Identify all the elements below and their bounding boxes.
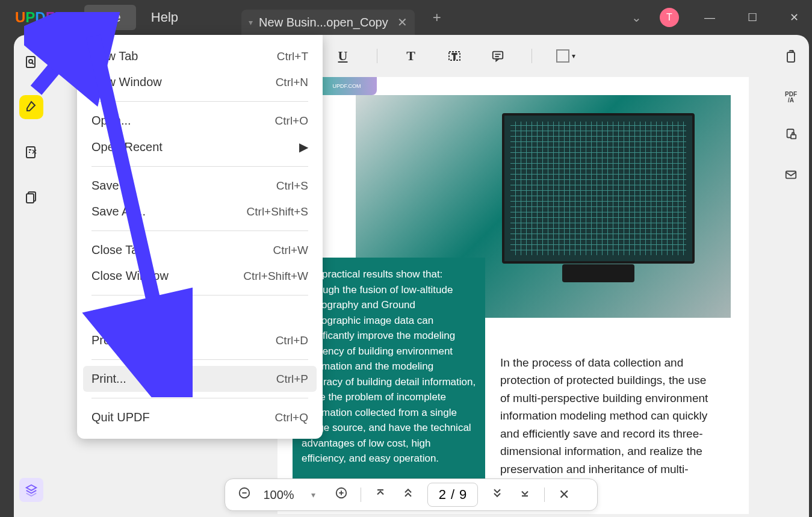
svg-rect-20: [787, 52, 795, 62]
menu-shortcut: Ctrl+O: [275, 114, 308, 128]
edit-icon[interactable]: [19, 140, 43, 164]
user-avatar[interactable]: T: [660, 8, 679, 27]
window-close-button[interactable]: ✕: [783, 6, 806, 29]
menu-item-label: Save As...: [91, 205, 146, 218]
menu-item-label: Close Tab: [91, 243, 145, 257]
menu-item-properties[interactable]: Properties...Ctrl+D: [83, 327, 317, 353]
last-page-button[interactable]: [516, 487, 533, 503]
menu-separator: [91, 166, 308, 167]
text-tool-icon[interactable]: T: [401, 46, 421, 66]
menu-item-save-as[interactable]: Save As...Ctrl+Shift+S: [83, 199, 317, 224]
toolbar-separator: [532, 49, 532, 63]
menu-item-print[interactable]: Print...Ctrl+P: [83, 366, 317, 392]
menu-item-open-recent[interactable]: Open Recent▶: [83, 134, 317, 160]
menu-shortcut: Ctrl+T: [277, 50, 308, 63]
zoom-dropdown-icon[interactable]: ▾: [305, 490, 322, 500]
menu-item-new-tab[interactable]: New TabCtrl+T: [83, 43, 317, 69]
new-tab-button[interactable]: +: [433, 9, 441, 26]
menu-file[interactable]: File: [84, 5, 135, 30]
menu-separator: [91, 231, 308, 231]
menu-item-open[interactable]: Open...Ctrl+O: [83, 108, 317, 134]
svg-rect-22: [791, 135, 796, 138]
menu-separator: [91, 398, 308, 398]
menu-item-new-window[interactable]: New WindowCtrl+N: [83, 69, 317, 95]
menu-item-label: Save: [91, 179, 119, 193]
menu-shortcut: Ctrl+D: [276, 334, 308, 347]
highlighter-icon[interactable]: [19, 95, 43, 119]
svg-text:T: T: [452, 52, 457, 61]
underline-tool-icon[interactable]: U: [333, 46, 353, 66]
bar-separator: [544, 488, 545, 502]
rotate-icon[interactable]: [784, 50, 798, 67]
pdfa-icon[interactable]: PDF/A: [785, 91, 797, 104]
zoom-in-button[interactable]: [333, 486, 350, 503]
menu-item-label: Print...: [91, 372, 126, 386]
svg-rect-0: [26, 57, 35, 67]
document-page[interactable]: UPDF.COM The practical results show that…: [277, 77, 749, 514]
file-menu-dropdown: New TabCtrl+TNew WindowCtrl+NOpen...Ctrl…: [77, 35, 323, 439]
menu-shortcut: Ctrl+Shift+S: [247, 205, 308, 218]
toolbar-separator: [377, 49, 377, 63]
svg-rect-23: [786, 172, 796, 179]
close-bar-button[interactable]: ✕: [556, 487, 572, 503]
total-pages: 9: [459, 487, 466, 503]
textbox-tool-icon[interactable]: T: [445, 46, 464, 66]
svg-rect-6: [26, 194, 34, 203]
menu-shortcut: Ctrl+W: [273, 244, 308, 257]
menu-help[interactable]: Help: [136, 5, 193, 30]
app-logo: UPDF: [15, 9, 54, 26]
tab-close-icon[interactable]: ✕: [397, 15, 408, 29]
menu-item-close-window[interactable]: Close WindowCtrl+Shift+W: [83, 263, 317, 289]
zoom-level: 100%: [264, 488, 294, 502]
menu-item-save[interactable]: SaveCtrl+S: [83, 173, 317, 199]
menu-shortcut: Ctrl+N: [276, 76, 308, 89]
zoom-out-button[interactable]: [236, 486, 253, 503]
next-page-button[interactable]: [489, 487, 506, 503]
doc-body-text: In the process of data collection and pr…: [500, 354, 719, 478]
menu-item-label: New Window: [91, 75, 162, 89]
menu-item-close-tab[interactable]: Close TabCtrl+W: [83, 237, 317, 263]
first-page-button[interactable]: [372, 487, 389, 503]
titlebar-chevron-icon[interactable]: ⌄: [631, 10, 642, 25]
menu-item-label: Close Window: [91, 269, 169, 283]
window-maximize-button[interactable]: ☐: [740, 6, 764, 29]
menu-item-label: Quit UPDF: [91, 410, 150, 424]
menu-item-quit-updf[interactable]: Quit UPDFCtrl+Q: [83, 404, 317, 430]
doc-watermark: UPDF.COM: [317, 77, 377, 95]
prev-page-button[interactable]: [400, 487, 417, 503]
menu-item-label: Show in Folder: [91, 308, 172, 321]
mail-icon[interactable]: [784, 168, 798, 184]
menu-item-show-in-folder[interactable]: Show in Folder: [83, 302, 317, 327]
search-icon[interactable]: [19, 50, 43, 74]
menu-shortcut: Ctrl+P: [276, 373, 308, 386]
comment-tool-icon[interactable]: [488, 46, 507, 66]
menu-item-label: Open...: [91, 114, 131, 128]
tab-title: New Busin...open_Copy: [259, 16, 388, 29]
current-page: 2: [439, 487, 446, 503]
menu-shortcut: Ctrl+Shift+W: [243, 270, 308, 283]
tab-dropdown-icon[interactable]: ▾: [249, 17, 253, 27]
menu-shortcut: Ctrl+S: [276, 179, 308, 193]
page-indicator[interactable]: 2 / 9: [427, 483, 479, 507]
menu-shortcut: Ctrl+Q: [275, 411, 308, 424]
menu-separator: [91, 359, 308, 360]
shape-tool-icon[interactable]: ▾: [556, 46, 575, 66]
lock-doc-icon[interactable]: [784, 128, 798, 144]
menu-separator: [91, 295, 308, 296]
menu-item-label: Open Recent: [91, 140, 163, 154]
menu-separator: [91, 101, 308, 102]
menu-item-label: New Tab: [91, 49, 138, 63]
document-tab[interactable]: ▾ New Busin...open_Copy ✕: [241, 10, 415, 35]
page-navigation-bar: 100% ▾ 2 / 9 ✕: [225, 478, 598, 511]
pages-icon[interactable]: [19, 185, 43, 209]
window-minimize-button[interactable]: —: [697, 7, 722, 29]
menu-item-label: Properties...: [91, 333, 157, 347]
svg-rect-10: [492, 52, 503, 59]
submenu-arrow-icon: ▶: [299, 140, 308, 154]
bar-separator: [361, 488, 361, 502]
svg-line-2: [32, 63, 34, 64]
layers-icon[interactable]: [19, 478, 43, 502]
